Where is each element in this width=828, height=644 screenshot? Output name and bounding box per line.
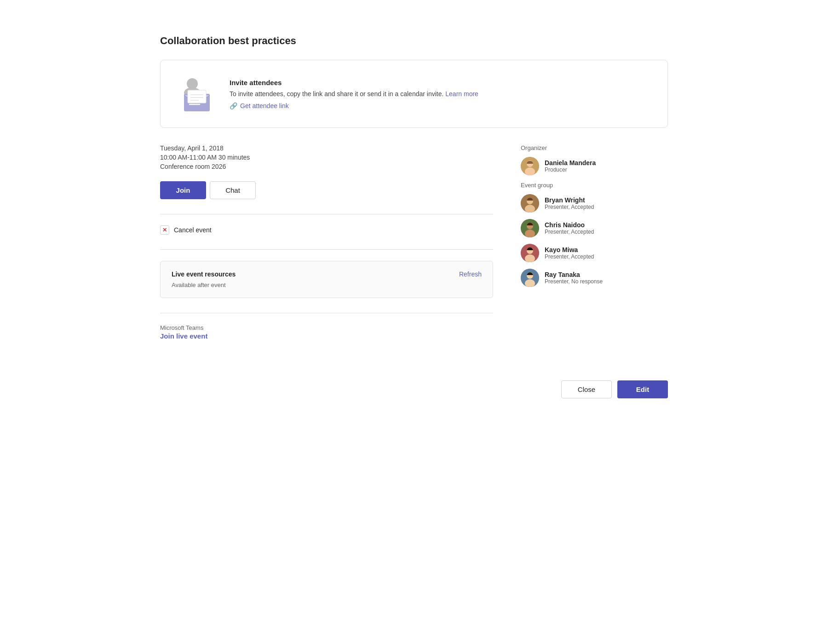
organizer-section-label: Organizer [521,144,668,151]
action-buttons: Join Chat [160,181,493,199]
member-row-2: Kayo Miwa Presenter, Accepted [521,244,668,262]
event-group-label: Event group [521,182,668,189]
member-info-2: Kayo Miwa Presenter, Accepted [545,246,594,260]
member-row-0: Bryan Wright Presenter, Accepted [521,194,668,213]
member-name-2: Kayo Miwa [545,246,594,253]
event-time: 10:00 AM-11:00 AM 30 minutes [160,154,493,161]
resources-box: Live event resources Refresh Available a… [160,261,493,298]
page-title: Collaboration best practices [160,35,668,47]
get-attendee-link[interactable]: 🔗 Get attendee link [230,102,653,109]
invite-desc: To invite attendees, copy the link and s… [230,90,653,98]
invite-illustration-svg [176,74,216,114]
member-name-3: Ray Tanaka [545,271,603,278]
organizer-role: Producer [545,167,596,173]
member-info-0: Bryan Wright Presenter, Accepted [545,196,594,210]
cancel-icon: ✕ [160,225,169,235]
divider-1 [160,214,493,214]
invite-text-block: Invite attendees To invite attendees, co… [230,79,653,109]
organizer-avatar [521,157,539,175]
member-role-0: Presenter, Accepted [545,204,594,210]
member-row-3: Ray Tanaka Presenter, No response [521,269,668,287]
main-content: Tuesday, April 1, 2018 10:00 AM-11:00 AM… [160,144,668,344]
invite-title: Invite attendees [230,79,653,86]
divider-2 [160,249,493,250]
member-row-1: Chris Naidoo Presenter, Accepted [521,219,668,237]
event-location: Conference room 2026 [160,163,493,170]
refresh-link[interactable]: Refresh [459,270,482,278]
organizer-row: Daniela Mandera Producer [521,157,668,175]
left-panel: Tuesday, April 1, 2018 10:00 AM-11:00 AM… [160,144,493,344]
invite-illustration [175,73,217,115]
cancel-event-row[interactable]: ✕ Cancel event [160,225,493,235]
organizer-info: Daniela Mandera Producer [545,159,596,173]
svg-rect-5 [188,90,206,103]
join-live-event-link[interactable]: Join live event [160,332,207,340]
learn-more-link[interactable]: Learn more [445,90,478,98]
invite-banner: Invite attendees To invite attendees, co… [160,60,668,128]
chat-button[interactable]: Chat [210,181,256,199]
event-date: Tuesday, April 1, 2018 [160,144,493,152]
member-info-3: Ray Tanaka Presenter, No response [545,271,603,285]
member-avatar-1 [521,219,539,237]
member-info-1: Chris Naidoo Presenter, Accepted [545,221,594,235]
teams-label: Microsoft Teams [160,324,493,331]
teams-section: Microsoft Teams Join live event [160,324,493,340]
member-role-2: Presenter, Accepted [545,253,594,260]
member-role-3: Presenter, No response [545,278,603,285]
member-avatar-0 [521,194,539,213]
close-button[interactable]: Close [561,380,612,398]
resources-description: Available after event [172,282,482,288]
organizer-name: Daniela Mandera [545,159,596,167]
resources-title: Live event resources [172,270,236,278]
member-name-1: Chris Naidoo [545,221,594,229]
resources-header: Live event resources Refresh [172,270,482,278]
member-name-0: Bryan Wright [545,196,594,204]
link-icon: 🔗 [230,102,237,109]
member-avatar-3 [521,269,539,287]
edit-button[interactable]: Edit [617,380,668,398]
bottom-buttons: Close Edit [160,371,668,398]
cancel-event-label: Cancel event [174,226,212,234]
modal-container: Collaboration best practices [138,18,690,415]
right-panel: Organizer Daniela Mandera Producer Eve [521,144,668,344]
divider-3 [160,313,493,313]
join-button[interactable]: Join [160,181,206,199]
member-avatar-2 [521,244,539,262]
member-role-1: Presenter, Accepted [545,229,594,235]
